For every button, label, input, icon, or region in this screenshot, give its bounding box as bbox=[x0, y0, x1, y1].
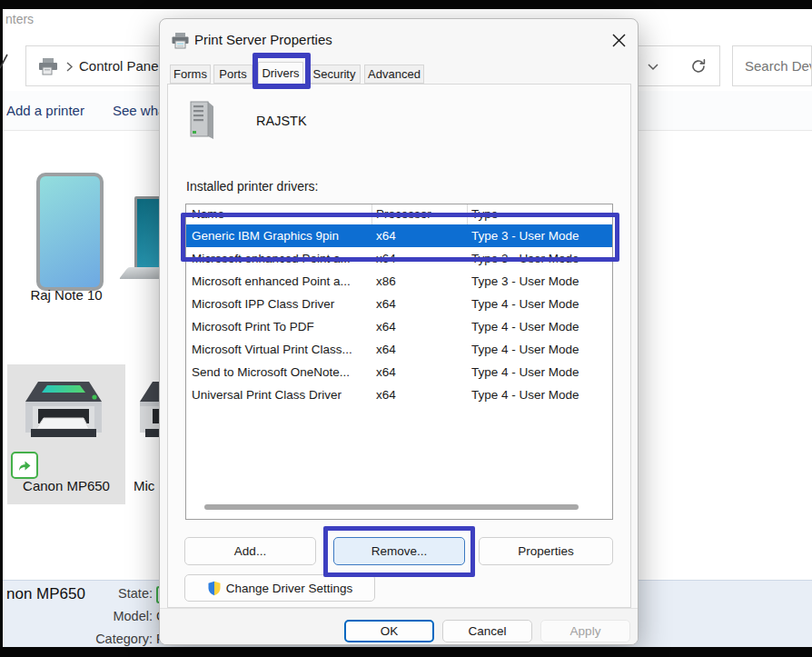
phone-label[interactable]: Raj Note 10 bbox=[7, 287, 125, 303]
tab-ports[interactable]: Ports bbox=[213, 65, 253, 84]
search-input[interactable] bbox=[733, 46, 812, 85]
change-driver-settings-label: Change Driver Settings bbox=[226, 582, 353, 595]
installed-drivers-label: Installed printer drivers: bbox=[186, 179, 319, 194]
cell-processor: x64 bbox=[376, 315, 396, 338]
devices-printer-icon bbox=[37, 56, 59, 76]
cancel-button[interactable]: Cancel bbox=[442, 620, 532, 642]
change-driver-settings-button[interactable]: Change Driver Settings bbox=[184, 574, 375, 602]
status-category-label: Category: bbox=[54, 632, 153, 646]
chevron-right-icon bbox=[66, 62, 74, 73]
properties-button[interactable]: Properties bbox=[479, 537, 613, 565]
chevron-down-icon[interactable] bbox=[648, 64, 659, 72]
printer-icon bbox=[171, 32, 190, 49]
shortcut-arrow-icon bbox=[11, 452, 38, 479]
server-icon bbox=[189, 100, 216, 140]
add-a-printer-link[interactable]: Add a printer bbox=[6, 91, 84, 131]
breadcrumb-path[interactable]: Control Pane bbox=[79, 46, 159, 85]
printer-microsoft-label[interactable]: Mic bbox=[134, 478, 154, 493]
cell-processor: x64 bbox=[376, 338, 396, 361]
apply-button[interactable]: Apply bbox=[540, 620, 630, 642]
table-row[interactable]: Microsoft IPP Class Driver x64 Type 4 - … bbox=[186, 293, 612, 315]
window-bottom-edge bbox=[0, 647, 812, 657]
cell-type: Type 4 - User Mode bbox=[471, 293, 579, 315]
add-button[interactable]: Add... bbox=[184, 537, 316, 565]
cell-processor: x64 bbox=[376, 293, 396, 315]
printer-canon-label[interactable]: Canon MP650 bbox=[7, 478, 125, 493]
cell-type: Type 4 - User Mode bbox=[471, 315, 579, 338]
cell-type: Type 3 - User Mode bbox=[471, 270, 579, 293]
annotation-drivers-tab bbox=[253, 53, 311, 89]
horizontal-scrollbar[interactable] bbox=[204, 504, 579, 510]
table-row[interactable]: Send to Microsoft OneNote... x64 Type 4 … bbox=[186, 361, 612, 383]
refresh-icon[interactable] bbox=[689, 57, 708, 75]
cell-name: Universal Print Class Driver bbox=[192, 383, 370, 406]
phone-icon[interactable] bbox=[36, 173, 104, 291]
table-row[interactable]: Microsoft Virtual Print Class... x64 Typ… bbox=[186, 338, 612, 361]
see-whats-printing-link[interactable]: See wha bbox=[113, 91, 165, 131]
cell-name: Microsoft enhanced Point a... bbox=[192, 270, 370, 293]
status-state-label: State: bbox=[54, 586, 153, 601]
close-icon[interactable] bbox=[610, 32, 627, 48]
tab-forms[interactable]: Forms bbox=[170, 65, 211, 84]
cell-processor: x64 bbox=[376, 383, 396, 406]
screen: nters Control Pane Add a printer See wha bbox=[0, 0, 812, 657]
print-server-properties-dialog: Print Server Properties Forms Ports Driv… bbox=[159, 18, 639, 645]
dialog-footer: OK Cancel Apply bbox=[160, 608, 639, 645]
annotation-remove-button bbox=[323, 526, 475, 577]
back-arrow-icon[interactable] bbox=[0, 53, 9, 75]
cell-type: Type 4 - User Mode bbox=[471, 383, 579, 406]
table-row[interactable]: Microsoft Print To PDF x64 Type 4 - User… bbox=[186, 315, 612, 338]
cell-name: Send to Microsoft OneNote... bbox=[192, 361, 370, 383]
cell-name: Microsoft IPP Class Driver bbox=[192, 293, 370, 315]
cell-processor: x86 bbox=[376, 270, 396, 293]
search-box[interactable] bbox=[732, 45, 812, 86]
table-row[interactable]: Universal Print Class Driver x64 Type 4 … bbox=[186, 383, 612, 406]
tab-security[interactable]: Security bbox=[308, 65, 361, 84]
uac-shield-icon bbox=[207, 581, 222, 596]
tab-advanced[interactable]: Advanced bbox=[364, 65, 424, 84]
cell-name: Microsoft Virtual Print Class... bbox=[192, 338, 370, 361]
cell-name: Microsoft Print To PDF bbox=[192, 315, 370, 338]
cell-processor: x64 bbox=[376, 361, 396, 383]
status-model-label: Model: bbox=[54, 609, 153, 623]
server-name: RAJSTK bbox=[256, 114, 307, 128]
cell-type: Type 4 - User Mode bbox=[471, 338, 579, 361]
annotation-selected-driver-row bbox=[181, 213, 619, 262]
window-top-edge bbox=[0, 0, 812, 9]
cell-type: Type 4 - User Mode bbox=[471, 361, 579, 383]
window-title-fragment: nters bbox=[5, 12, 34, 26]
table-row[interactable]: Microsoft enhanced Point a... x86 Type 3… bbox=[186, 270, 612, 293]
ok-button[interactable]: OK bbox=[344, 620, 434, 642]
